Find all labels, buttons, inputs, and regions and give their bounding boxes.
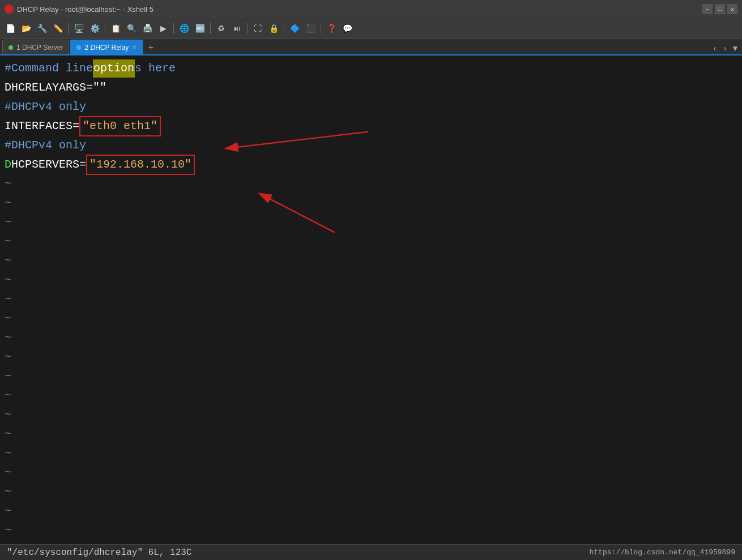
tilde-6: ~ <box>5 271 737 290</box>
line3-hash: # <box>5 98 11 116</box>
tab-dhcp-relay[interactable]: 2 DHCP Relay ✕ <box>70 40 143 54</box>
open-button[interactable]: 📂 <box>19 22 33 35</box>
sep4 <box>210 23 211 34</box>
title-bar: DHCP Relay - root@localhost:~ - Xshell 5… <box>0 0 742 18</box>
tilde-14: ~ <box>5 425 737 444</box>
code-line-1: # Command line option s here <box>5 59 737 78</box>
tool9-button[interactable]: 🖨️ <box>140 22 154 35</box>
tool5-button[interactable]: 🖥️ <box>72 22 86 35</box>
sep3 <box>173 23 174 34</box>
tilde-10: ~ <box>5 348 737 367</box>
code-area: # Command line option s here DHCRELAYARG… <box>5 59 737 540</box>
tab-prev-button[interactable]: ‹ <box>710 44 719 53</box>
line6-var: HCPSERVERS= <box>11 156 86 174</box>
tab-navigation: ‹ › ▼ <box>710 44 740 54</box>
tilde-12: ~ <box>5 386 737 405</box>
code-line-4: INTERFACES= "eth0 eth1" <box>5 117 737 136</box>
tab-label-server: 1 DHCP Server <box>16 44 63 52</box>
line2-text: DHCRELAYARGS="" <box>5 79 106 97</box>
tool10-button[interactable]: ▶ <box>156 22 170 35</box>
status-link: https://blog.csdn.net/qq_41959899 <box>590 548 735 557</box>
status-file: "/etc/sysconfig/dhcrelay" 6L, 123C <box>7 548 191 558</box>
tool16-button[interactable]: 🔒 <box>267 22 280 35</box>
tool19-button[interactable]: ❓ <box>325 22 338 35</box>
app-icon <box>5 5 14 14</box>
tool20-button[interactable]: 💬 <box>340 22 354 35</box>
code-line-6: D HCPSERVERS= "192.168.10.10" <box>5 155 737 174</box>
line6-val-boxed: "192.168.10.10" <box>86 155 195 175</box>
status-bar: "/etc/sysconfig/dhcrelay" 6L, 123C https… <box>0 544 742 560</box>
line5-hash: # <box>5 136 11 155</box>
sep5 <box>247 23 248 34</box>
terminal-content: # Command line option s here DHCRELAYARG… <box>0 55 742 544</box>
sep2 <box>105 23 105 34</box>
window-title: DHCP Relay - root@localhost:~ - Xshell 5 <box>17 5 153 14</box>
tab-dot-relay <box>76 45 81 50</box>
line1-option-highlight: option <box>93 59 135 78</box>
tilde-7: ~ <box>5 290 737 309</box>
title-bar-left: DHCP Relay - root@localhost:~ - Xshell 5 <box>5 5 153 14</box>
tool11-button[interactable]: 🌐 <box>177 22 191 35</box>
code-line-5: # DHCPv4 only <box>5 136 737 155</box>
tilde-13: ~ <box>5 405 737 425</box>
sep6 <box>284 23 284 34</box>
tilde-8: ~ <box>5 309 737 328</box>
line6-key: D <box>5 156 11 174</box>
tool4-button[interactable]: ✏️ <box>51 22 65 35</box>
tab-dropdown-button[interactable]: ▼ <box>731 44 740 53</box>
tilde-11: ~ <box>5 367 737 386</box>
tilde-17: ~ <box>5 482 737 502</box>
toolbar: 📄 📂 🔧 ✏️ 🖥️ ⚙️ 📋 🔍 🖨️ ▶ 🌐 🔤 ♻ ⏯ ⛶ 🔒 🔷 ⬛ … <box>0 18 742 39</box>
line3-text: DHCPv4 only <box>11 98 86 116</box>
sep1 <box>68 23 69 34</box>
line1-command: Command line <box>11 59 93 78</box>
code-line-2: DHCRELAYARGS="" <box>5 78 737 97</box>
tool8-button[interactable]: 🔍 <box>125 22 138 35</box>
line1-end: s here <box>135 59 176 78</box>
sep7 <box>321 23 321 34</box>
new-button[interactable]: 📄 <box>3 22 17 35</box>
tilde-4: ~ <box>5 232 737 251</box>
tilde-16: ~ <box>5 463 737 482</box>
line4-val-boxed: "eth0 eth1" <box>79 116 161 136</box>
tool7-button[interactable]: 📋 <box>109 22 122 35</box>
tilde-3: ~ <box>5 213 737 232</box>
tool3-button[interactable]: 🔧 <box>35 22 49 35</box>
code-line-3: # DHCPv4 only <box>5 97 737 117</box>
close-button[interactable]: ✕ <box>727 4 737 14</box>
line4-var: INTERFACES= <box>5 117 79 135</box>
tool13-button[interactable]: ♻ <box>214 22 228 35</box>
line1-hash: # <box>5 59 11 78</box>
tab-close-relay[interactable]: ✕ <box>132 44 137 50</box>
tab-next-button[interactable]: › <box>720 44 730 53</box>
tab-dhcp-server[interactable]: 1 DHCP Server <box>2 40 69 54</box>
tool17-button[interactable]: 🔷 <box>288 22 301 35</box>
tilde-2: ~ <box>5 194 737 213</box>
tool15-button[interactable]: ⛶ <box>251 22 265 35</box>
tilde-19: ~ <box>5 521 737 540</box>
tab-add-button[interactable]: + <box>144 41 157 54</box>
tilde-1: ~ <box>5 174 737 194</box>
tool12-button[interactable]: 🔤 <box>193 22 207 35</box>
maximize-button[interactable]: □ <box>715 4 725 14</box>
tab-dot-server <box>8 45 13 50</box>
tool6-button[interactable]: ⚙️ <box>88 22 101 35</box>
tilde-15: ~ <box>5 444 737 463</box>
window-controls[interactable]: – □ ✕ <box>702 4 737 14</box>
line5-text: DHCPv4 only <box>11 136 86 155</box>
minimize-button[interactable]: – <box>702 4 713 14</box>
tool18-button[interactable]: ⬛ <box>304 22 317 35</box>
tilde-18: ~ <box>5 502 737 521</box>
tool14-button[interactable]: ⏯ <box>230 22 244 35</box>
tilde-5: ~ <box>5 251 737 271</box>
tab-label-relay: 2 DHCP Relay <box>84 44 129 52</box>
tilde-9: ~ <box>5 328 737 348</box>
tab-bar: 1 DHCP Server 2 DHCP Relay ✕ + ‹ › ▼ <box>0 39 742 55</box>
